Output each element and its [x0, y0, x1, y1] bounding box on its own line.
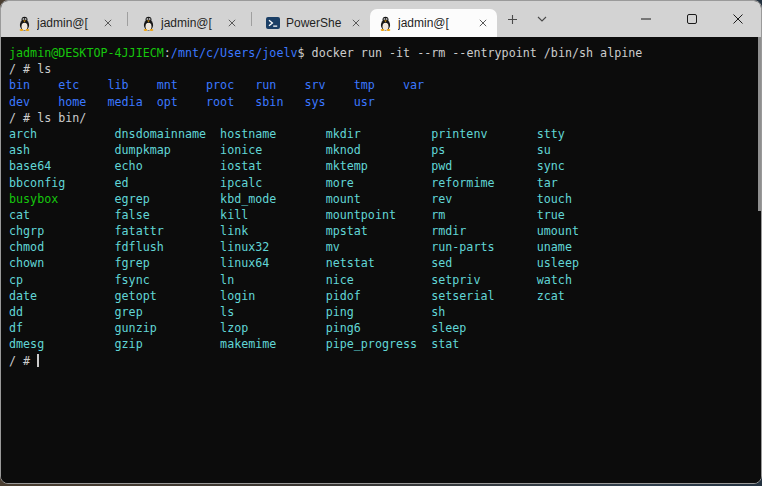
tab-label: jadmin@[ — [398, 16, 469, 30]
terminal-line: busybox egrep kbd_mode mount rev touch — [9, 191, 761, 207]
maximize-button[interactable] — [669, 1, 715, 37]
terminal-output[interactable]: jadmin@DESKTOP-4JJIECM:/mnt/c/Users/joel… — [1, 37, 761, 484]
minimize-icon — [641, 14, 651, 24]
maximize-icon — [687, 14, 697, 24]
terminal-line: cat false kill mountpoint rm true — [9, 207, 761, 223]
plus-icon — [507, 14, 518, 25]
terminal-text-segment: cat false kill mountpoint rm true — [9, 208, 565, 222]
window-controls — [623, 1, 761, 37]
terminal-window: jadmin@[jadmin@[PowerShejadmin@[ — [0, 0, 762, 484]
terminal-line: / # — [9, 353, 761, 369]
terminal-text-segment: base64 echo iostat mktemp pwd sync — [9, 159, 565, 173]
terminal-text-segment: ash dumpkmap ionice mknod ps su — [9, 143, 551, 157]
scrollbar-thumb[interactable] — [758, 37, 761, 211]
terminal-text-segment: cp fsync ln nice setpriv watch — [9, 273, 572, 287]
titlebar[interactable]: jadmin@[jadmin@[PowerShejadmin@[ — [1, 1, 761, 37]
terminal-text-segment: bin etc lib mnt proc run srv tmp var — [9, 78, 424, 92]
terminal-text-segment: chgrp fatattr link mpstat rmdir umount — [9, 224, 579, 238]
tux-icon — [379, 16, 392, 31]
terminal-line: ash dumpkmap ionice mknod ps su — [9, 142, 761, 158]
tab-close-button[interactable] — [348, 15, 364, 31]
terminal-line: bbconfig ed ipcalc more reformime tar — [9, 175, 761, 191]
tab-label: jadmin@[ — [37, 16, 94, 30]
terminal-line: chmod fdflush linux32 mv run-parts uname — [9, 239, 761, 255]
terminal-text-segment: / # ls — [9, 62, 51, 76]
tab-1[interactable]: jadmin@[ — [9, 9, 122, 37]
desktop-background: jadmin@[jadmin@[PowerShejadmin@[ — [0, 0, 762, 486]
terminal-line: dmesg gzip makemime pipe_progress stat — [9, 336, 761, 352]
tab-close-button[interactable] — [224, 15, 240, 31]
terminal-line: / # ls — [9, 61, 761, 77]
tab-3[interactable]: PowerShe — [257, 9, 370, 37]
tab-label: jadmin@[ — [161, 16, 218, 30]
terminal-line: date getopt login pidof setserial zcat — [9, 288, 761, 304]
terminal-cursor — [37, 354, 39, 367]
powershell-icon — [266, 16, 280, 30]
terminal-text-segment: arch dnsdomainname hostname mkdir printe… — [9, 127, 565, 141]
terminal-line: jadmin@DESKTOP-4JJIECM:/mnt/c/Users/joel… — [9, 45, 761, 61]
terminal-text-segment: bbconfig ed ipcalc more reformime tar — [9, 176, 558, 190]
close-icon — [733, 14, 743, 24]
terminal-text-segment: dmesg gzip makemime pipe_progress stat — [9, 337, 459, 351]
terminal-text-segment: dd grep ls ping sh — [9, 305, 445, 319]
terminal-text-segment: chown fgrep linux64 netstat sed usleep — [9, 256, 579, 270]
minimize-button[interactable] — [623, 1, 669, 37]
new-tab-button[interactable] — [497, 6, 527, 32]
terminal-text-segment: : — [164, 46, 171, 60]
tab-close-button[interactable] — [475, 15, 491, 31]
terminal-text-segment: $ docker run -it --rm --entrypoint /bin/… — [298, 46, 643, 60]
terminal-line: dd grep ls ping sh — [9, 304, 761, 320]
terminal-text-segment: /mnt/c/Users/joelv — [171, 46, 298, 60]
terminal-text-segment: dev home media opt root sbin sys usr — [9, 95, 375, 109]
tab-close-button[interactable] — [100, 15, 116, 31]
tab-strip: jadmin@[jadmin@[PowerShejadmin@[ — [1, 1, 497, 37]
terminal-text-segment: jadmin@DESKTOP-4JJIECM — [9, 46, 164, 60]
tux-icon — [18, 16, 31, 31]
terminal-line: arch dnsdomainname hostname mkdir printe… — [9, 126, 761, 142]
terminal-text-segment: busybox — [9, 192, 58, 206]
terminal-text-segment: egrep kbd_mode mount rev touch — [58, 192, 572, 206]
tab-dropdown-button[interactable] — [527, 6, 557, 32]
tab-separator — [251, 12, 252, 26]
terminal-line: df gunzip lzop ping6 sleep — [9, 320, 761, 336]
terminal-line: chown fgrep linux64 netstat sed usleep — [9, 255, 761, 271]
terminal-text-segment: df gunzip lzop ping6 sleep — [9, 321, 466, 335]
terminal-line: dev home media opt root sbin sys usr — [9, 94, 761, 110]
terminal-text-segment: / # ls bin/ — [9, 111, 86, 125]
terminal-line: cp fsync ln nice setpriv watch — [9, 272, 761, 288]
tux-icon — [142, 16, 155, 31]
terminal-line: / # ls bin/ — [9, 110, 761, 126]
terminal-line: chgrp fatattr link mpstat rmdir umount — [9, 223, 761, 239]
chevron-down-icon — [537, 16, 547, 22]
terminal-text-segment: / # — [9, 354, 37, 368]
terminal-line: base64 echo iostat mktemp pwd sync — [9, 158, 761, 174]
terminal-text-segment: chmod fdflush linux32 mv run-parts uname — [9, 240, 572, 254]
tab-separator — [127, 12, 128, 26]
tab-label: PowerShe — [286, 16, 342, 30]
tab-2[interactable]: jadmin@[ — [133, 9, 246, 37]
close-button[interactable] — [715, 1, 761, 37]
terminal-line: bin etc lib mnt proc run srv tmp var — [9, 77, 761, 93]
terminal-text-segment: date getopt login pidof setserial zcat — [9, 289, 565, 303]
tab-4-active[interactable]: jadmin@[ — [370, 9, 497, 37]
